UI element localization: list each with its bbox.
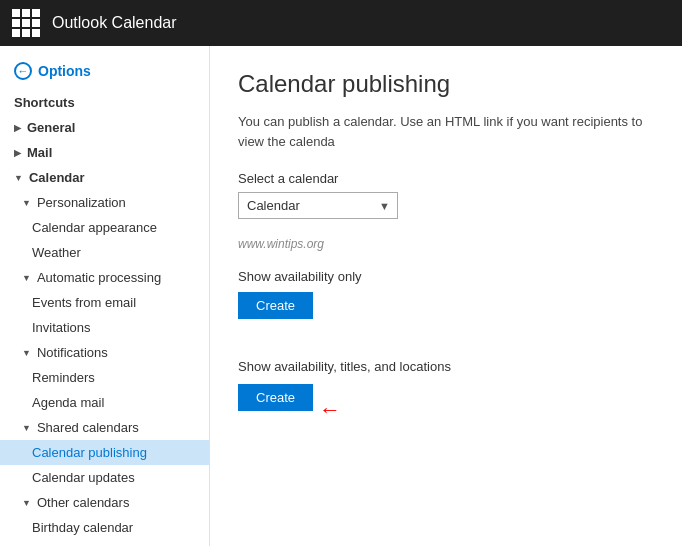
sidebar-item-birthday-calendar[interactable]: Birthday calendar: [0, 515, 209, 540]
calendar-select-wrapper: Calendar ▼: [238, 192, 398, 219]
calendar-triangle: ▼: [14, 173, 23, 183]
create-with-arrow-container: Create ←: [238, 384, 341, 435]
events-from-email-label: Events from email: [32, 295, 136, 310]
availability-titles-label: Show availability, titles, and locations: [238, 359, 654, 374]
general-label: General: [27, 120, 75, 135]
sidebar-item-other-calendars[interactable]: ▼ Other calendars: [0, 490, 209, 515]
sidebar-item-notifications[interactable]: ▼ Notifications: [0, 340, 209, 365]
shared-calendars-label: Shared calendars: [37, 420, 139, 435]
calendar-updates-label: Calendar updates: [32, 470, 135, 485]
shared-calendars-triangle: ▼: [22, 423, 31, 433]
auto-processing-triangle: ▼: [22, 273, 31, 283]
options-label: Options: [38, 63, 91, 79]
calendar-select[interactable]: Calendar: [238, 192, 398, 219]
select-calendar-label: Select a calendar: [238, 171, 654, 186]
sidebar-item-personalization[interactable]: ▼ Personalization: [0, 190, 209, 215]
app-title: Outlook Calendar: [52, 14, 177, 32]
options-back-button[interactable]: Options: [0, 56, 209, 90]
sidebar-item-general[interactable]: ▶ General: [0, 115, 209, 140]
main-layout: Options Shortcuts ▶ General ▶ Mail ▼ Cal…: [0, 46, 682, 546]
description-text: You can publish a calendar. Use an HTML …: [238, 112, 654, 151]
sidebar-item-weather[interactable]: Weather: [0, 240, 209, 265]
watermark-text: www.wintips.org: [238, 237, 654, 251]
red-arrow-icon: ←: [319, 399, 341, 421]
page-title: Calendar publishing: [238, 70, 654, 98]
mail-label: Mail: [27, 145, 52, 160]
sidebar-item-events-from-email[interactable]: Events from email: [0, 290, 209, 315]
other-calendars-triangle: ▼: [22, 498, 31, 508]
weather-label: Weather: [32, 245, 81, 260]
top-bar: Outlook Calendar: [0, 0, 682, 46]
calendar-label: Calendar: [29, 170, 85, 185]
sidebar-item-shared-calendars[interactable]: ▼ Shared calendars: [0, 415, 209, 440]
invitations-label: Invitations: [32, 320, 91, 335]
sidebar-item-reminders[interactable]: Reminders: [0, 365, 209, 390]
availability-only-section: Show availability only Create: [238, 269, 654, 343]
birthday-calendar-label: Birthday calendar: [32, 520, 133, 535]
agenda-mail-label: Agenda mail: [32, 395, 104, 410]
availability-only-label: Show availability only: [238, 269, 654, 284]
sidebar-item-automatic-processing[interactable]: ▼ Automatic processing: [0, 265, 209, 290]
sidebar-item-calendar-publishing[interactable]: Calendar publishing: [0, 440, 209, 465]
personalization-label: Personalization: [37, 195, 126, 210]
sidebar-item-invitations[interactable]: Invitations: [0, 315, 209, 340]
sidebar-item-calendar-updates[interactable]: Calendar updates: [0, 465, 209, 490]
sidebar-item-people[interactable]: ▶ People: [0, 540, 209, 546]
general-triangle: ▶: [14, 123, 21, 133]
calendar-appearance-label: Calendar appearance: [32, 220, 157, 235]
sidebar-item-shortcuts[interactable]: Shortcuts: [0, 90, 209, 115]
reminders-label: Reminders: [32, 370, 95, 385]
content-area: Calendar publishing You can publish a ca…: [210, 46, 682, 546]
other-calendars-label: Other calendars: [37, 495, 130, 510]
sidebar-item-mail[interactable]: ▶ Mail: [0, 140, 209, 165]
create-availability-titles-button[interactable]: Create: [238, 384, 313, 411]
sidebar-item-agenda-mail[interactable]: Agenda mail: [0, 390, 209, 415]
sidebar: Options Shortcuts ▶ General ▶ Mail ▼ Cal…: [0, 46, 210, 546]
back-arrow-icon: [14, 62, 32, 80]
auto-processing-label: Automatic processing: [37, 270, 161, 285]
calendar-publishing-label: Calendar publishing: [32, 445, 147, 460]
shortcuts-label: Shortcuts: [14, 95, 75, 110]
app-grid-icon[interactable]: [12, 9, 40, 37]
sidebar-item-calendar[interactable]: ▼ Calendar: [0, 165, 209, 190]
availability-titles-section: Show availability, titles, and locations…: [238, 359, 654, 435]
mail-triangle: ▶: [14, 148, 21, 158]
notifications-label: Notifications: [37, 345, 108, 360]
create-availability-only-button[interactable]: Create: [238, 292, 313, 319]
sidebar-item-calendar-appearance[interactable]: Calendar appearance: [0, 215, 209, 240]
personalization-triangle: ▼: [22, 198, 31, 208]
notifications-triangle: ▼: [22, 348, 31, 358]
